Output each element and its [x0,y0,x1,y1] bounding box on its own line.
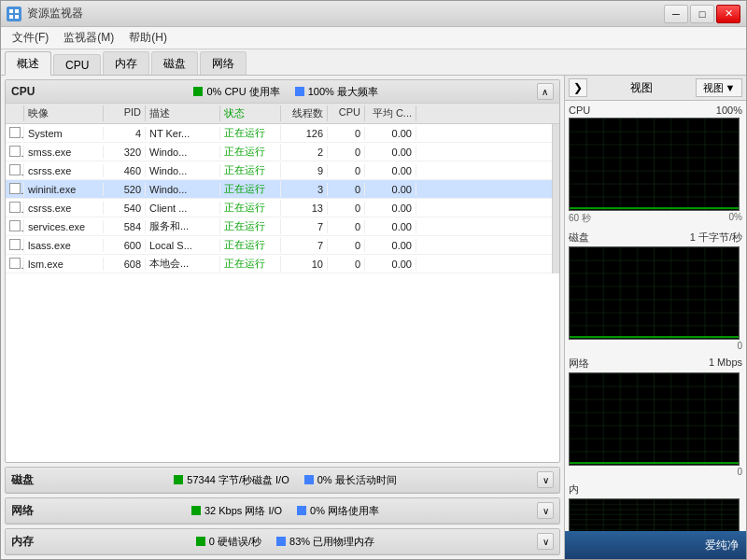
row-check[interactable] [6,257,24,272]
table-row[interactable]: csrss.exe 460 Windo... 正在运行 9 0 0.00 [6,161,552,180]
right-panel-header: ❯ 视图 视图 ▼ [565,76,746,101]
network-usage-dot [297,506,306,515]
network-chart-label-row: 网络 1 Mbps [569,357,742,371]
cpu-collapse-button[interactable]: ∧ [537,83,554,100]
row-name: lsass.exe [24,239,104,252]
tab-disk[interactable]: 磁盘 [151,51,198,75]
table-header: 映像 PID 描述 状态 线程数 CPU 平均 C... [6,104,559,124]
cpu-chart-value: 100% [716,105,742,116]
row-cpu: 0 [328,220,365,233]
menu-file[interactable]: 文件(F) [5,28,56,48]
cpu-chart-label: CPU [569,105,590,116]
network-section-header[interactable]: 网络 32 Kbps 网络 I/O 0% 网络使用率 ∨ [6,498,559,524]
memory-collapse-button[interactable]: ∨ [537,533,554,550]
row-pid: 584 [104,220,146,233]
network-time-right: 0 [737,467,742,477]
memory-used-stat: 83% 已用物理内存 [276,535,374,549]
th-avgcpu[interactable]: 平均 C... [365,105,416,121]
cpu-chart [569,118,740,211]
window-controls: ─ □ ✕ [664,5,740,23]
charts-container: CPU 100% 60 秒 0% 磁盘 1 千字节/秒 [565,101,746,531]
table-row[interactable]: csrss.exe 540 Client ... 正在运行 13 0 0.00 [6,199,552,217]
th-cpu[interactable]: CPU [328,105,365,121]
cpu-section: CPU 0% CPU 使用率 100% 最大频率 ∧ [5,79,560,463]
row-threads: 10 [281,258,328,271]
table-row[interactable]: smss.exe 320 Windo... 正在运行 2 0 0.00 [6,143,552,161]
network-collapse-button[interactable]: ∨ [537,502,554,519]
th-threads[interactable]: 线程数 [281,105,328,121]
cpu-stats: 0% CPU 使用率 100% 最大频率 [193,85,377,99]
tab-network[interactable]: 网络 [200,51,247,75]
th-status[interactable]: 状态 [220,105,281,121]
menu-monitor[interactable]: 监视器(M) [56,28,121,48]
memory-title: 内存 [11,534,34,550]
memory-error-dot [196,537,205,546]
table-row[interactable]: wininit.exe 520 Windo... 正在运行 3 0 0.00 [6,180,552,199]
menu-bar: 文件(F) 监视器(M) 帮助(H) [1,27,746,49]
table-scroll: System 4 NT Ker... 正在运行 126 0 0.00 smss.… [6,124,559,273]
table-row[interactable]: System 4 NT Ker... 正在运行 126 0 0.00 [6,124,552,143]
disk-section-header[interactable]: 磁盘 57344 字节/秒磁盘 I/O 0% 最长活动时间 ∨ [6,468,559,493]
table-scrollbar[interactable] [552,124,559,273]
th-desc[interactable]: 描述 [146,105,220,121]
watermark-text: 爱纯净 [705,538,739,553]
row-cpu: 0 [328,258,365,271]
row-name: lsm.exe [24,258,104,271]
cpu-chart-time-row: 60 秒 0% [569,212,742,225]
row-check[interactable] [6,163,24,178]
row-pid: 608 [104,258,146,271]
close-button[interactable]: ✕ [716,5,740,23]
memory-chart-label: 内 [569,483,579,497]
row-name: smss.exe [24,146,104,159]
row-status: 正在运行 [220,125,281,141]
network-title: 网络 [11,503,34,519]
row-pid: 460 [104,164,146,177]
restore-button[interactable]: □ [690,5,714,23]
network-chart [569,372,740,466]
table-row[interactable]: services.exe 584 服务和... 正在运行 7 0 0.00 [6,217,552,236]
view-menu-button[interactable]: 视图 ▼ [696,78,742,97]
row-pid: 320 [104,146,146,159]
row-check[interactable] [6,182,24,197]
cpu-section-header[interactable]: CPU 0% CPU 使用率 100% 最大频率 ∧ [6,80,559,104]
row-name: services.exe [24,220,104,233]
row-check[interactable] [6,126,24,141]
cpu-title: CPU [11,85,35,98]
row-avgcpu: 0.00 [365,164,416,177]
th-pid[interactable]: PID [104,105,146,121]
row-check[interactable] [6,201,24,216]
row-status: 正在运行 [220,237,281,253]
row-status: 正在运行 [220,144,281,160]
right-panel: ❯ 视图 视图 ▼ CPU 100% 60 秒 0% [564,76,746,559]
row-desc: NT Ker... [146,127,220,140]
minimize-button[interactable]: ─ [664,5,688,23]
row-name: System [24,127,104,140]
disk-chart [569,246,740,340]
tab-overview[interactable]: 概述 [5,51,51,76]
memory-section-header[interactable]: 内存 0 硬错误/秒 83% 已用物理内存 ∨ [6,529,559,554]
tab-cpu[interactable]: CPU [53,54,101,75]
menu-help[interactable]: 帮助(H) [121,28,175,48]
disk-active-stat: 0% 最长活动时间 [304,473,397,487]
cpu-time-right: 0% [729,212,742,225]
row-pid: 4 [104,127,146,140]
row-check[interactable] [6,145,24,160]
row-status: 正在运行 [220,256,281,272]
th-image[interactable]: 映像 [24,105,104,121]
network-stats: 32 Kbps 网络 I/O 0% 网络使用率 [191,504,379,518]
row-status: 正在运行 [220,200,281,216]
view-menu-arrow: ▼ [726,82,736,93]
main-content: CPU 0% CPU 使用率 100% 最大频率 ∧ [1,76,746,559]
disk-collapse-button[interactable]: ∨ [537,471,554,488]
expand-button[interactable]: ❯ [569,78,587,97]
disk-section: 磁盘 57344 字节/秒磁盘 I/O 0% 最长活动时间 ∨ [5,467,560,494]
tab-memory[interactable]: 内存 [103,51,149,75]
row-check[interactable] [6,238,24,253]
row-name: wininit.exe [24,183,104,196]
disk-chart-block: 磁盘 1 千字节/秒 0 [569,231,742,351]
row-check[interactable] [6,219,24,234]
row-threads: 2 [281,146,328,159]
table-row[interactable]: lsm.exe 608 本地会... 正在运行 10 0 0.00 [6,255,552,273]
table-row[interactable]: lsass.exe 600 Local S... 正在运行 7 0 0.00 [6,236,552,255]
network-section: 网络 32 Kbps 网络 I/O 0% 网络使用率 ∨ [5,497,560,525]
